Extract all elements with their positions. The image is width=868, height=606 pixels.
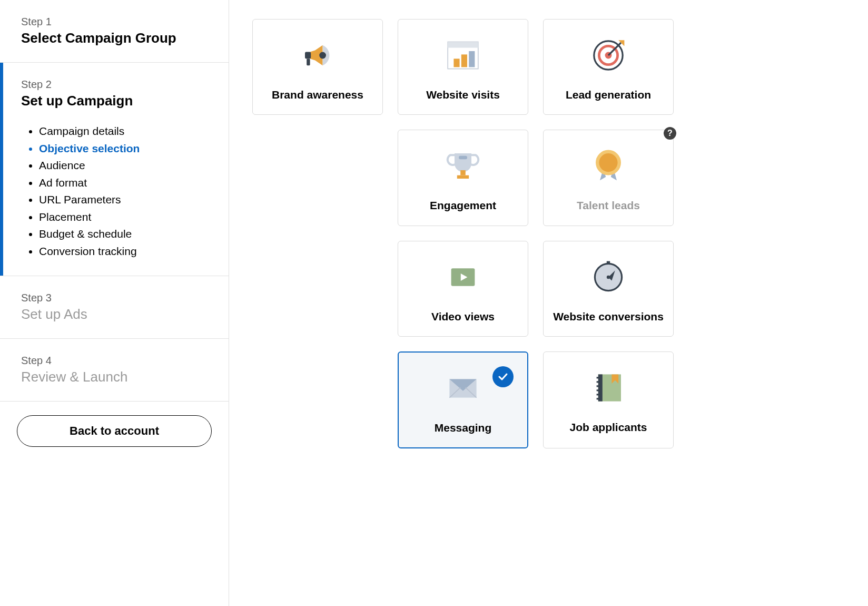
objective-grid: Brand awareness Website visits: [252, 19, 845, 448]
substep-audience[interactable]: Audience: [39, 157, 208, 174]
blank-cell: [252, 241, 383, 337]
step-title: Set up Ads: [21, 306, 208, 322]
help-icon[interactable]: ?: [664, 127, 676, 140]
step-title: Select Campaign Group: [21, 30, 208, 46]
objective-video-views[interactable]: Video views: [398, 241, 528, 337]
objective-label: Engagement: [430, 199, 496, 212]
objective-label: Talent leads: [577, 199, 640, 212]
svg-point-0: [319, 52, 326, 59]
svg-rect-4: [448, 42, 478, 47]
video-play-icon: [442, 256, 484, 298]
step-label: Step 4: [21, 355, 208, 367]
objective-label: Brand awareness: [272, 88, 363, 102]
substep-budget-schedule[interactable]: Budget & schedule: [39, 226, 208, 243]
substep-campaign-details[interactable]: Campaign details: [39, 123, 208, 140]
envelope-icon: [442, 367, 484, 409]
trophy-icon: [442, 145, 484, 187]
substep-ad-format[interactable]: Ad format: [39, 174, 208, 192]
substeps: Campaign details Objective selection Aud…: [39, 123, 208, 260]
compass-icon: [587, 256, 629, 298]
step-3[interactable]: Step 3 Set up Ads: [0, 276, 229, 339]
objective-talent-leads[interactable]: ? Talent leads: [543, 130, 674, 226]
svg-rect-7: [469, 51, 475, 67]
svg-rect-13: [457, 175, 469, 179]
objective-messaging[interactable]: Messaging: [398, 351, 528, 448]
blank-cell: [252, 130, 383, 226]
step-title: Set up Campaign: [21, 93, 208, 109]
objective-label: Job applicants: [569, 421, 647, 434]
substep-placement[interactable]: Placement: [39, 209, 208, 226]
objective-engagement[interactable]: Engagement: [398, 130, 528, 226]
svg-rect-6: [461, 54, 467, 67]
svg-rect-12: [460, 170, 466, 175]
step-label: Step 3: [21, 292, 208, 304]
megaphone-icon: [297, 34, 339, 76]
objective-lead-generation[interactable]: Lead generation: [543, 19, 674, 115]
svg-rect-2: [307, 58, 310, 65]
svg-rect-27: [597, 385, 599, 387]
objective-website-conversions[interactable]: Website conversions: [543, 241, 674, 337]
objective-label: Lead generation: [566, 88, 651, 102]
substep-url-parameters[interactable]: URL Parameters: [39, 191, 208, 209]
step-4[interactable]: Step 4 Review & Launch: [0, 339, 229, 402]
objective-brand-awareness[interactable]: Brand awareness: [252, 19, 383, 115]
step-label: Step 2: [21, 79, 208, 91]
objective-website-visits[interactable]: Website visits: [398, 19, 528, 115]
back-to-account-button[interactable]: Back to account: [17, 415, 212, 447]
objective-job-applicants[interactable]: Job applicants: [543, 351, 674, 448]
notebook-icon: [587, 367, 629, 409]
objective-label: Website conversions: [553, 310, 664, 324]
step-title: Review & Launch: [21, 369, 208, 385]
wizard-sidebar: Step 1 Select Campaign Group Step 2 Set …: [0, 0, 229, 606]
svg-rect-29: [597, 394, 599, 395]
svg-rect-1: [305, 52, 311, 59]
svg-rect-5: [453, 58, 459, 67]
substep-objective-selection[interactable]: Objective selection: [39, 140, 208, 158]
objective-panel: Brand awareness Website visits: [229, 0, 868, 606]
step-2[interactable]: Step 2 Set up Campaign Campaign details …: [0, 63, 229, 276]
objective-label: Messaging: [435, 421, 492, 435]
svg-rect-21: [607, 261, 610, 263]
sidebar-footer: Back to account: [0, 402, 229, 461]
ribbon-medal-icon: [587, 145, 629, 187]
target-icon: [587, 34, 629, 76]
svg-rect-25: [597, 377, 599, 378]
svg-rect-28: [597, 389, 599, 391]
svg-point-20: [607, 275, 610, 278]
blank-cell: [252, 351, 383, 448]
svg-rect-30: [597, 398, 599, 399]
step-label: Step 1: [21, 16, 208, 28]
substep-conversion-tracking[interactable]: Conversion tracking: [39, 243, 208, 260]
objective-label: Video views: [431, 310, 495, 324]
selected-check-icon: [492, 366, 514, 387]
browser-bars-icon: [442, 34, 484, 76]
svg-rect-11: [459, 156, 467, 159]
svg-rect-26: [597, 381, 599, 383]
step-1[interactable]: Step 1 Select Campaign Group: [0, 0, 229, 63]
objective-label: Website visits: [426, 88, 500, 102]
